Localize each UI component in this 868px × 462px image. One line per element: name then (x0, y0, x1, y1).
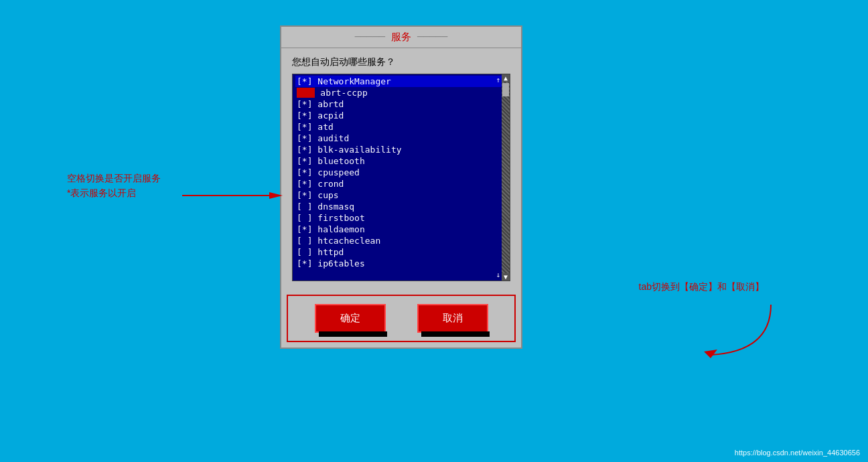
service-item[interactable]: [*] cpuspeed (295, 167, 507, 178)
service-item[interactable]: [*] atd (295, 121, 507, 133)
service-item[interactable]: [ ] firstboot (295, 212, 507, 224)
arrow-right-icon (691, 301, 778, 362)
service-item[interactable]: [*] abrt-ccpp (295, 87, 507, 98)
scroll-down-indicator: ↓ (496, 271, 500, 279)
annotation-right: tab切换到【确定】和【取消】 (639, 281, 764, 293)
scrollbar-track (502, 82, 510, 273)
service-item[interactable]: [*] ip6tables (295, 258, 507, 269)
svg-marker-1 (269, 192, 283, 199)
dialog-container: 服务 您想自动启动哪些服务？ [*] NetworkManager[*] abr… (280, 25, 522, 349)
dialog-question: 您想自动启动哪些服务？ (292, 56, 510, 68)
scroll-up-indicator: ↑ (496, 76, 500, 84)
service-item[interactable]: [*] cups (295, 189, 507, 201)
service-item[interactable]: [*] NetworkManager (295, 76, 507, 87)
confirm-button[interactable]: 确定 (315, 304, 386, 333)
service-item[interactable]: [*] blk-availability (295, 144, 507, 155)
button-area: 确定 取消 (287, 295, 516, 342)
dialog-body: 您想自动启动哪些服务？ [*] NetworkManager[*] abrt-c… (281, 48, 521, 289)
service-item[interactable]: [*] haldaemon (295, 224, 507, 235)
service-list[interactable]: [*] NetworkManager[*] abrt-ccpp[*] abrtd… (292, 74, 510, 281)
scrollbar[interactable]: ▲ ▼ (502, 74, 510, 281)
watermark: https://blog.csdn.net/weixin_44630656 (735, 449, 860, 457)
service-item[interactable]: [*] crond (295, 178, 507, 189)
dialog-title: 服务 (281, 27, 521, 48)
scrollbar-down-icon[interactable]: ▼ (504, 273, 508, 281)
service-item[interactable]: [ ] dnsmasq (295, 201, 507, 212)
service-item[interactable]: [*] auditd (295, 133, 507, 144)
annotation-left: 空格切换是否开启服务 *表示服务以开启 (67, 171, 161, 201)
annotation-left-line2: *表示服务以开启 (67, 185, 161, 200)
service-item[interactable]: [ ] htcacheclean (295, 235, 507, 246)
title-text: 服务 (391, 31, 411, 43)
service-item[interactable]: [*] abrtd (295, 98, 507, 110)
scrollbar-thumb[interactable] (502, 83, 509, 96)
annotation-right-text: tab切换到【确定】和【取消】 (639, 281, 764, 292)
cancel-button[interactable]: 取消 (417, 304, 488, 333)
scrollbar-up-icon[interactable]: ▲ (504, 74, 508, 82)
service-list-inner: [*] NetworkManager[*] abrt-ccpp[*] abrtd… (293, 74, 510, 271)
service-item[interactable]: [*] bluetooth (295, 155, 507, 167)
annotation-left-line1: 空格切换是否开启服务 (67, 171, 161, 185)
service-item[interactable]: [ ] httpd (295, 246, 507, 258)
arrow-left-icon (182, 185, 283, 206)
service-item[interactable]: [*] acpid (295, 110, 507, 121)
